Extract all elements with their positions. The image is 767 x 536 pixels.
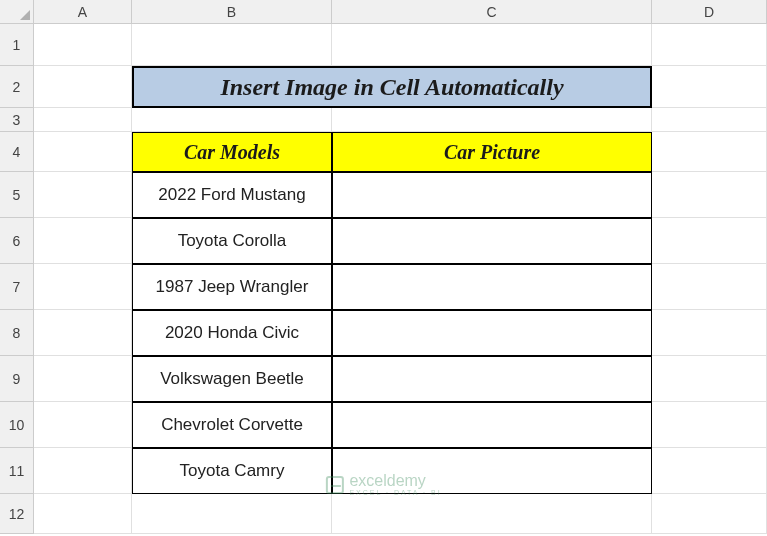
cell-b1[interactable] xyxy=(132,24,332,66)
cell-d10[interactable] xyxy=(652,402,767,448)
cell-a3[interactable] xyxy=(34,108,132,132)
cell-d1[interactable] xyxy=(652,24,767,66)
car-model-cell[interactable]: Chevrolet Corvette xyxy=(132,402,332,448)
spreadsheet: A B C D 1 2 3 4 5 6 7 8 9 10 11 12 Inser… xyxy=(0,0,767,536)
cell-d4[interactable] xyxy=(652,132,767,172)
select-all-corner[interactable] xyxy=(0,0,34,24)
cell-a7[interactable] xyxy=(34,264,132,310)
cell-d9[interactable] xyxy=(652,356,767,402)
car-picture-cell[interactable] xyxy=(332,218,652,264)
row-header-10[interactable]: 10 xyxy=(0,402,34,448)
row-header-8[interactable]: 8 xyxy=(0,310,34,356)
car-picture-cell[interactable] xyxy=(332,356,652,402)
cell-a6[interactable] xyxy=(34,218,132,264)
cell-a10[interactable] xyxy=(34,402,132,448)
col-header-d[interactable]: D xyxy=(652,0,767,24)
cell-d6[interactable] xyxy=(652,218,767,264)
row-header-11[interactable]: 11 xyxy=(0,448,34,494)
car-picture-cell[interactable] xyxy=(332,264,652,310)
col-header-a[interactable]: A xyxy=(34,0,132,24)
row-header-7[interactable]: 7 xyxy=(0,264,34,310)
car-model-cell[interactable]: Toyota Corolla xyxy=(132,218,332,264)
cell-d8[interactable] xyxy=(652,310,767,356)
title-cell[interactable]: Insert Image in Cell Automatically xyxy=(132,66,652,108)
cell-d7[interactable] xyxy=(652,264,767,310)
header-car-picture[interactable]: Car Picture xyxy=(332,132,652,172)
cell-b12[interactable] xyxy=(132,494,332,534)
row-header-4[interactable]: 4 xyxy=(0,132,34,172)
car-model-cell[interactable]: 2020 Honda Civic xyxy=(132,310,332,356)
car-picture-cell[interactable] xyxy=(332,172,652,218)
car-model-cell[interactable]: 2022 Ford Mustang xyxy=(132,172,332,218)
car-picture-cell[interactable] xyxy=(332,448,652,494)
car-model-cell[interactable]: 1987 Jeep Wrangler xyxy=(132,264,332,310)
cell-d11[interactable] xyxy=(652,448,767,494)
row-header-6[interactable]: 6 xyxy=(0,218,34,264)
cell-c3[interactable] xyxy=(332,108,652,132)
cell-c1[interactable] xyxy=(332,24,652,66)
cell-b3[interactable] xyxy=(132,108,332,132)
cell-d5[interactable] xyxy=(652,172,767,218)
col-header-c[interactable]: C xyxy=(332,0,652,24)
cell-d12[interactable] xyxy=(652,494,767,534)
cell-d3[interactable] xyxy=(652,108,767,132)
row-headers: 1 2 3 4 5 6 7 8 9 10 11 12 xyxy=(0,24,34,534)
row-header-1[interactable]: 1 xyxy=(0,24,34,66)
col-header-b[interactable]: B xyxy=(132,0,332,24)
car-picture-cell[interactable] xyxy=(332,310,652,356)
column-headers: A B C D xyxy=(34,0,767,24)
row-header-5[interactable]: 5 xyxy=(0,172,34,218)
car-model-cell[interactable]: Toyota Camry xyxy=(132,448,332,494)
cell-grid: Insert Image in Cell Automatically Car M… xyxy=(34,24,767,534)
cell-a2[interactable] xyxy=(34,66,132,108)
row-header-3[interactable]: 3 xyxy=(0,108,34,132)
cell-a9[interactable] xyxy=(34,356,132,402)
car-picture-cell[interactable] xyxy=(332,402,652,448)
cell-d2[interactable] xyxy=(652,66,767,108)
row-header-12[interactable]: 12 xyxy=(0,494,34,534)
row-header-9[interactable]: 9 xyxy=(0,356,34,402)
cell-a12[interactable] xyxy=(34,494,132,534)
cell-a4[interactable] xyxy=(34,132,132,172)
car-model-cell[interactable]: Volkswagen Beetle xyxy=(132,356,332,402)
header-car-models[interactable]: Car Models xyxy=(132,132,332,172)
cell-a5[interactable] xyxy=(34,172,132,218)
cell-a11[interactable] xyxy=(34,448,132,494)
cell-a1[interactable] xyxy=(34,24,132,66)
cell-a8[interactable] xyxy=(34,310,132,356)
cell-c12[interactable] xyxy=(332,494,652,534)
row-header-2[interactable]: 2 xyxy=(0,66,34,108)
